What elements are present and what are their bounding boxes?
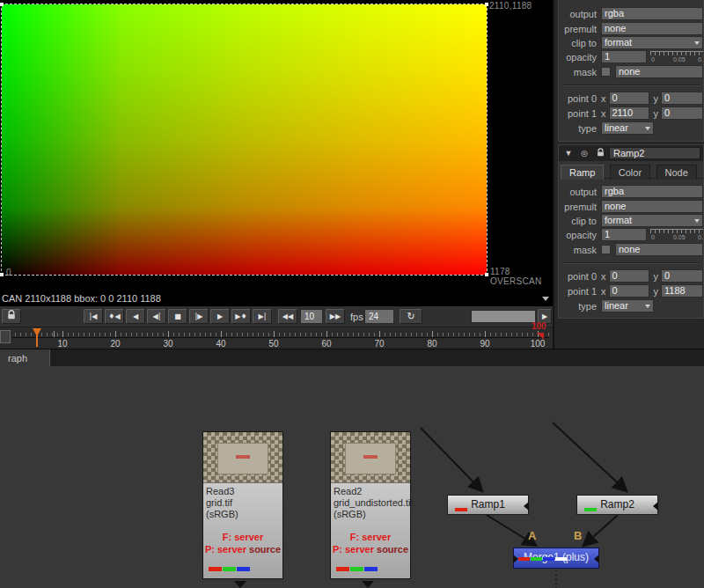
read3-output-arrow	[234, 581, 246, 588]
properties-panel-top: output rgba premult none clip to format …	[558, 0, 704, 142]
skip-forward-button[interactable]: ▶▶	[326, 309, 345, 324]
type-dropdown[interactable]: linear	[601, 299, 654, 312]
tick-label: 50	[263, 339, 284, 349]
properties-panel-ramp2: ▼ ◎ Ramp2 Ramp Color Node output rgba	[558, 144, 704, 319]
opacity-field[interactable]: 1	[601, 50, 647, 63]
mask-checkbox[interactable]	[601, 245, 611, 254]
center-node-icon[interactable]: ◎	[577, 148, 591, 159]
goto-start-button[interactable]: |◀	[84, 309, 103, 324]
premult-field[interactable]: none	[601, 22, 703, 35]
node-graph-pane[interactable]: Read3 grid.tif (sRGB) F: server P: serve…	[0, 366, 704, 588]
viewer-pane[interactable]: 2110,1188 0 1178 OVERSCAN CAN 2110x1188 …	[0, 0, 553, 306]
mask-checkbox[interactable]	[601, 67, 611, 77]
playback-range-slider[interactable]	[471, 310, 536, 323]
origin-label: 0	[6, 268, 11, 277]
lock-timeline-button[interactable]	[2, 309, 21, 324]
point1-x-field[interactable]: 2110	[609, 107, 649, 120]
tick-label: 90	[474, 339, 495, 349]
loop-playback-button[interactable]: ↻	[400, 309, 422, 324]
point0-x-field[interactable]: 0	[609, 92, 649, 105]
chevron-down-icon[interactable]	[542, 297, 549, 301]
node-filename: grid_undistorted.tif	[334, 497, 407, 509]
bbox-corner-handle	[485, 273, 488, 276]
point1-x-field[interactable]: 0	[609, 284, 649, 298]
channel-chip	[584, 508, 597, 511]
node-name-field[interactable]: Ramp2	[609, 147, 700, 159]
hidden-input-arrow	[653, 502, 658, 511]
output-label: output	[559, 187, 601, 197]
type-label: type	[559, 301, 601, 312]
tab-color[interactable]: Color	[610, 165, 650, 180]
node-read3[interactable]: Read3 grid.tif (sRGB) F: server P: serve…	[202, 431, 283, 579]
play-backward-button[interactable]: ◀	[126, 309, 145, 324]
stop-button[interactable]: ■	[168, 309, 187, 324]
point0-y-field[interactable]: 0	[661, 269, 703, 283]
play-forward-button[interactable]: ▶	[210, 309, 230, 324]
node-ramp1[interactable]: Ramp1	[447, 495, 529, 515]
output-field[interactable]: rgba	[601, 185, 703, 198]
step-back-button[interactable]: ◀|	[147, 309, 166, 324]
merge-input-b-label: B	[574, 529, 582, 542]
goto-end-button[interactable]: ▶|	[253, 309, 272, 324]
next-keyframe-button[interactable]: ▶♦	[231, 309, 251, 324]
divider	[562, 85, 700, 86]
output-field[interactable]: rgba	[601, 7, 703, 20]
opacity-field[interactable]: 1	[601, 228, 647, 241]
channel-chips	[209, 559, 251, 575]
mask-field[interactable]: none	[615, 65, 703, 78]
point0-y-field[interactable]: 0	[661, 92, 703, 105]
step-forward-button[interactable]: |▶	[189, 309, 209, 324]
clipto-dropdown[interactable]: format	[601, 214, 703, 227]
tick-label: 70	[369, 339, 390, 349]
collapse-panel-icon[interactable]: ▼	[561, 148, 576, 159]
chevron-down-icon	[694, 41, 700, 45]
current-frame-field[interactable]	[0, 330, 11, 343]
divider	[562, 262, 700, 264]
tab-node[interactable]: Node	[656, 165, 697, 180]
node-colorspace: (sRGB)	[334, 509, 407, 520]
tab-ramp[interactable]: Ramp	[561, 165, 604, 180]
fps-field[interactable]: 24	[364, 309, 394, 324]
viewer-info-bar: CAN 2110x1188 bbox: 0 0 2110 1188	[0, 290, 553, 306]
tab-node-graph[interactable]: raph	[0, 349, 50, 367]
node-ramp2[interactable]: Ramp2	[576, 495, 658, 515]
viewer-image	[2, 4, 487, 275]
chevron-down-icon	[694, 219, 700, 223]
skip-back-button[interactable]: ◀◀	[278, 309, 297, 324]
type-label: type	[559, 123, 601, 134]
properties-pane: output rgba premult none clip to format …	[553, 0, 704, 349]
premult-label: premult	[559, 202, 601, 212]
panel-tabs: Ramp Color Node	[559, 164, 703, 179]
premult-field[interactable]: none	[601, 200, 703, 213]
read2-thumbnail	[331, 432, 410, 483]
opacity-label: opacity	[559, 230, 601, 240]
channel-chips	[336, 559, 378, 575]
lock-panel-icon[interactable]	[593, 148, 607, 159]
timeline[interactable]: 10 20 30 40 50 60 70 80 90 100 100	[0, 327, 553, 349]
tick-label: 80	[422, 339, 443, 349]
hidden-input-arrow	[524, 502, 529, 511]
timeline-ruler[interactable]	[12, 331, 549, 338]
prev-keyframe-button[interactable]: ♦◀	[105, 309, 124, 324]
channel-chips	[518, 548, 568, 566]
opacity-slider[interactable]: 0 0.05 0.1	[650, 50, 703, 63]
opacity-slider[interactable]: 0 0.05 0.1	[650, 228, 703, 241]
channel-chip	[455, 508, 467, 511]
node-read2[interactable]: Read2 grid_undistorted.tif (sRGB) F: ser…	[330, 431, 411, 579]
node-merge1[interactable]: Merge1 (plus)	[513, 548, 599, 569]
node-error-text: F: server P: server source	[331, 531, 410, 555]
type-dropdown[interactable]: linear	[601, 121, 654, 135]
mask-field[interactable]: none	[615, 243, 703, 256]
clipto-dropdown[interactable]: format	[601, 36, 703, 49]
point0-x-field[interactable]: 0	[609, 269, 649, 283]
merge-input-a-label: A	[528, 529, 536, 542]
node-title: Read3	[206, 486, 280, 497]
point1-y-field[interactable]: 0	[661, 107, 703, 120]
pane-tab-strip: raph	[0, 349, 704, 366]
frame-skip-field[interactable]: 10	[300, 309, 323, 324]
hidden-input-arrow	[594, 555, 599, 563]
point1-y-field[interactable]: 1188	[661, 284, 703, 298]
range-end-marker[interactable]	[537, 333, 544, 340]
point0-label: point 0	[559, 271, 601, 282]
mask-label: mask	[559, 67, 601, 77]
